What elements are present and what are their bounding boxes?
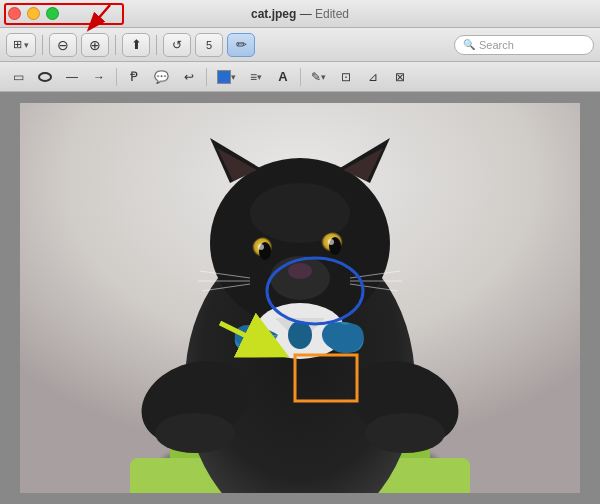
oval-icon (38, 72, 52, 82)
style-icon: ✎ (311, 70, 321, 84)
flip-button[interactable]: ⊠ (388, 66, 412, 88)
svg-point-9 (365, 413, 445, 453)
share-icon: ⬆ (131, 37, 142, 52)
line-icon: — (66, 70, 78, 84)
window-title: cat.jpeg — Edited (251, 7, 349, 21)
toolbar-separator-3 (156, 35, 157, 55)
svg-point-7 (155, 413, 235, 453)
align-icon: ≡ (250, 70, 257, 84)
font-button[interactable]: A (271, 66, 295, 88)
zoom-out-icon: ⊖ (57, 37, 69, 53)
adjust-button[interactable]: ⊿ (361, 66, 385, 88)
rectangle-tool-button[interactable]: ▭ (6, 66, 30, 88)
zoom-out-button[interactable]: ⊖ (49, 33, 77, 57)
zoom-in-button[interactable]: ⊕ (81, 33, 109, 57)
rectangle-icon: ▭ (13, 70, 24, 84)
view-dropdown-arrow: ▾ (24, 40, 29, 50)
svg-point-23 (288, 263, 312, 279)
title-separator: — (296, 7, 315, 21)
edited-text: Edited (315, 7, 349, 21)
speech-bubble-button[interactable]: 💬 (149, 66, 174, 88)
color-swatch (217, 70, 231, 84)
close-button[interactable] (8, 7, 21, 20)
maximize-button[interactable] (46, 7, 59, 20)
align-button[interactable]: ≡ ▾ (244, 66, 268, 88)
bezier-icon: ↩ (184, 70, 194, 84)
color-dropdown-arrow: ▾ (231, 72, 236, 82)
view-button[interactable]: ⊞ ▾ (6, 33, 36, 57)
text-tool-button[interactable]: Ᵽ (122, 66, 146, 88)
toolbar-separator-2 (115, 35, 116, 55)
title-bar: cat.jpeg — Edited (0, 0, 600, 28)
align-dropdown-arrow: ▾ (257, 72, 262, 82)
arrow-icon: → (93, 70, 105, 84)
toolbar2-separator-3 (300, 68, 301, 86)
count-button[interactable]: 5 (195, 33, 223, 57)
style-button[interactable]: ✎ ▾ (306, 66, 331, 88)
search-placeholder: Search (479, 39, 514, 51)
oval-tool-button[interactable] (33, 66, 57, 88)
zoom-in-icon: ⊕ (89, 37, 101, 53)
cat-photo-svg (20, 103, 580, 493)
style-dropdown-arrow: ▾ (321, 72, 326, 82)
adjust-icon: ⊿ (368, 70, 378, 84)
color-picker-button[interactable]: ▾ (212, 66, 241, 88)
flip-icon: ⊠ (395, 70, 405, 84)
image-area (0, 92, 600, 504)
search-box[interactable]: 🔍 Search (454, 35, 594, 55)
font-icon: A (278, 69, 287, 84)
share-button[interactable]: ⬆ (122, 33, 150, 57)
rotate-button[interactable]: ↺ (163, 33, 191, 57)
svg-point-18 (258, 244, 264, 250)
toolbar2-separator-1 (116, 68, 117, 86)
crop-icon: ⊡ (341, 70, 351, 84)
toolbar-separator-1 (42, 35, 43, 55)
annotate-icon: ✏ (236, 37, 247, 52)
red-arrow-icon (60, 0, 120, 35)
cat-image (20, 103, 580, 493)
line-tool-button[interactable]: — (60, 66, 84, 88)
crop-button[interactable]: ⊡ (334, 66, 358, 88)
traffic-lights (8, 7, 59, 20)
rotate-icon: ↺ (172, 38, 182, 52)
search-icon: 🔍 (463, 39, 475, 50)
annotation-toolbar: ▭ — → Ᵽ 💬 ↩ ▾ ≡ ▾ A ✎ ▾ ⊡ ⊿ ⊠ (0, 62, 600, 92)
count-label: 5 (206, 39, 212, 51)
svg-point-21 (328, 239, 334, 245)
annotate-button[interactable]: ✏ (227, 33, 255, 57)
grid-icon: ⊞ (13, 38, 22, 51)
filename-text: cat.jpeg (251, 7, 296, 21)
arrow-tool-button[interactable]: → (87, 66, 111, 88)
text-cursor-icon: Ᵽ (130, 69, 138, 84)
toolbar2-separator-2 (206, 68, 207, 86)
minimize-button[interactable] (27, 7, 40, 20)
bezier-button[interactable]: ↩ (177, 66, 201, 88)
speech-bubble-icon: 💬 (154, 70, 169, 84)
